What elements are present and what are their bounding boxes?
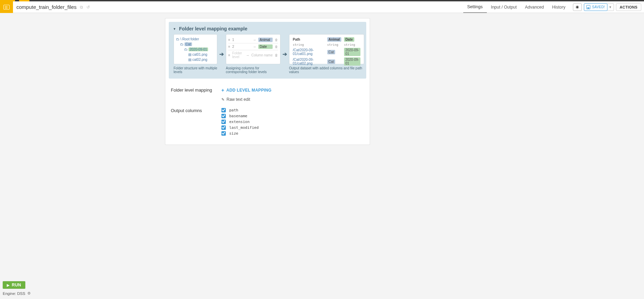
drag-icon: ≡: [228, 45, 230, 49]
caption: Assigning columns for corresponding fold…: [226, 66, 280, 74]
arrow-icon: →: [253, 38, 256, 42]
checkbox-basename[interactable]: [221, 114, 226, 118]
tree-cat: Cat: [184, 42, 192, 46]
add-level-mapping-button[interactable]: + ADD LEVEL MAPPING: [221, 87, 272, 93]
tab-history[interactable]: History: [548, 1, 570, 13]
play-icon: ▶: [7, 283, 10, 287]
column-last-modified-label: last_modified: [229, 125, 259, 130]
col-header: Animal: [327, 37, 341, 42]
engine-line[interactable]: Engine: DSS ⚙: [3, 291, 31, 296]
column-extension-label: extension: [229, 120, 250, 124]
drag-icon: ≡: [228, 38, 230, 42]
history-icon[interactable]: ↺: [86, 5, 90, 10]
column-path-label: path: [229, 108, 238, 112]
chevron-down-icon[interactable]: ▾: [174, 27, 176, 31]
level-field: 2: [232, 45, 251, 49]
col-header: Date: [344, 37, 354, 42]
file-icon: ▤: [188, 53, 191, 56]
arrow-icon: →: [253, 45, 256, 49]
column-name: Date: [258, 44, 273, 49]
cell-date: 2020-09-01: [344, 48, 360, 56]
tree-file: cat01.png: [192, 53, 207, 56]
tab-input-output[interactable]: Input / Output: [487, 1, 521, 13]
example-title: Folder level mapping example: [179, 26, 247, 31]
col-type: string: [291, 42, 326, 47]
example-mapping-box: ≡ 1 → Animal 🗑 ≡ 2 → Date 🗑 ≡: [226, 34, 280, 64]
tree-root: \ Root folder: [180, 37, 199, 41]
caption: Folder structure with multiple levels: [174, 66, 217, 74]
arrow-right-icon: ➔: [283, 51, 287, 57]
save-icon: [586, 5, 590, 9]
delete-icon: 🗑: [275, 53, 278, 57]
raw-text-edit-label: Raw text edit: [227, 97, 250, 102]
folder-level-mapping-label: Folder level mapping: [171, 87, 221, 93]
example-output-box: Path Animal Date string string string /C…: [289, 34, 364, 64]
cell-animal: Cat: [327, 59, 335, 64]
col-type: string: [326, 42, 343, 47]
page-title: compute_train_folder_files: [16, 4, 77, 10]
run-button[interactable]: ▶ RUN: [3, 281, 25, 289]
caption: Output dataset with added columns and fi…: [289, 66, 364, 74]
folder-icon: 🗀: [184, 47, 188, 51]
settings-card: ▾ Folder level mapping example 🗀\ Root f…: [165, 18, 370, 145]
tree-date: 2020-09-01: [189, 47, 208, 51]
tab-advanced[interactable]: Advanced: [521, 1, 548, 13]
run-label: RUN: [12, 283, 22, 287]
checkbox-path[interactable]: [221, 108, 226, 112]
add-level-mapping-label: ADD LEVEL MAPPING: [226, 88, 271, 93]
output-columns-label: Output columns: [171, 108, 221, 113]
saved-label: SAVED!: [592, 5, 605, 9]
actions-button[interactable]: ACTIONS: [616, 3, 641, 11]
checkbox-size[interactable]: [221, 131, 226, 136]
column-size-label: size: [229, 131, 238, 136]
copy-icon[interactable]: ⧉: [80, 5, 83, 10]
delete-icon: 🗑: [275, 38, 278, 42]
edit-icon: ✎: [221, 97, 224, 102]
example-tree-box: 🗀\ Root folder 🗀Cat 🗀2020-09-01 ▤cat01.p…: [174, 34, 217, 64]
level-field: 1: [232, 38, 251, 42]
cell-animal: Cat: [327, 50, 335, 54]
folder-icon: 🗀: [180, 42, 183, 46]
drag-icon: ≡: [228, 53, 230, 57]
delete-icon: 🗑: [275, 45, 278, 49]
col-type: string: [343, 42, 362, 47]
header-bar: compute_train_folder_files ⧉ ↺ Settings …: [0, 1, 644, 13]
discussion-button[interactable]: ✴: [573, 3, 582, 11]
folder-icon: 🗀: [176, 37, 179, 41]
tab-settings[interactable]: Settings: [463, 1, 487, 13]
arrow-icon: →: [246, 53, 249, 57]
column-basename-label: basename: [229, 114, 247, 118]
saved-button[interactable]: SAVED!: [584, 3, 607, 11]
cell-date: 2020-09-01: [344, 57, 360, 66]
gear-icon[interactable]: ⚙: [27, 291, 31, 296]
cell-path: /Cat/2020-09-01/cat02.png: [291, 57, 326, 66]
column-name: Animal: [258, 38, 273, 42]
file-icon: ▤: [188, 58, 191, 62]
example-panel: ▾ Folder level mapping example 🗀\ Root f…: [169, 22, 366, 79]
tree-file: cat02.png: [192, 58, 207, 62]
checkbox-last-modified[interactable]: [221, 125, 226, 130]
arrow-right-icon: ➔: [219, 51, 224, 57]
plus-icon: +: [221, 87, 224, 93]
checkbox-extension[interactable]: [221, 120, 226, 124]
col-header: Path: [291, 37, 326, 42]
level-placeholder: Folder level: [232, 51, 244, 59]
recipe-type-icon[interactable]: [0, 1, 13, 13]
raw-text-edit-toggle[interactable]: ✎ Raw text edit: [221, 97, 272, 102]
column-placeholder: Column name: [251, 53, 273, 57]
save-dropdown[interactable]: ▼: [607, 3, 614, 11]
cell-path: /Cat/2020-09-01/cat01.png: [291, 47, 326, 57]
folder-icon: [3, 5, 10, 10]
engine-label: Engine: DSS: [3, 291, 25, 296]
